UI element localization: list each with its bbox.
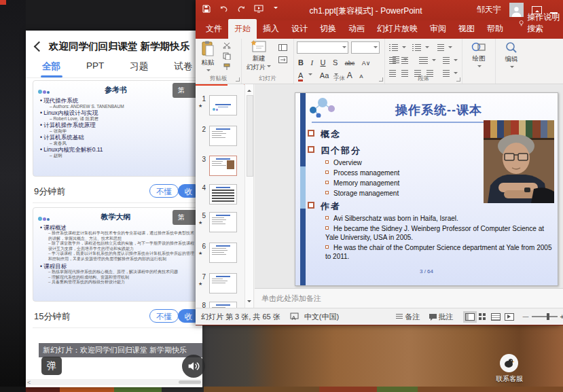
bullet-square-icon — [325, 191, 329, 194]
zoom-out-button[interactable]: — — [523, 313, 529, 320]
underline-button[interactable]: U — [321, 58, 326, 67]
thumb-decor — [212, 283, 225, 283]
back-icon[interactable] — [34, 41, 45, 52]
paste-button[interactable]: 粘贴 — [198, 41, 218, 75]
scrollbar-thumb[interactable] — [247, 95, 253, 177]
dialog-launcher-icon[interactable] — [379, 77, 383, 82]
thumb-decor — [212, 192, 234, 194]
dialog-launcher-icon[interactable] — [456, 77, 460, 82]
slide-thumbnail[interactable] — [209, 302, 237, 308]
tab-file[interactable]: 文件 — [200, 19, 228, 39]
comments-toggle[interactable]: 批注 — [439, 312, 454, 322]
tell-me-search[interactable]: 操作说明搜索 — [519, 12, 563, 39]
slide-thumbnail[interactable] — [209, 273, 237, 293]
format-painter-icon[interactable] — [223, 63, 231, 71]
numbered-list-icon[interactable] — [412, 44, 421, 51]
layout-icon[interactable] — [278, 44, 287, 51]
tab-view[interactable]: 视图 — [452, 19, 481, 39]
tab-animations[interactable]: 动画 — [342, 19, 371, 39]
cut-icon[interactable] — [223, 42, 231, 49]
copy-icon[interactable] — [223, 52, 231, 60]
dont-understand-button[interactable]: 不懂 — [149, 184, 179, 198]
contact-service-button[interactable] — [500, 354, 518, 372]
slide-card-syllabus[interactable]: 教学大纲 第 • 课程概述 – 操作系统课程是计算机科学与技术专业的专业基础课，… — [33, 207, 199, 302]
bullet-list-icon[interactable] — [389, 44, 398, 51]
zoom-in-button[interactable]: + — [560, 313, 563, 321]
desktop-bottom-strip — [0, 387, 563, 392]
slide-thumbn ail[interactable] — [209, 184, 237, 204]
notes-placeholder[interactable]: 单击此处添加备注 — [261, 293, 321, 304]
slide-accent-bar — [300, 93, 306, 285]
reading-view-button[interactable] — [489, 311, 503, 323]
signed-in-user[interactable]: 邹天宇 — [477, 4, 501, 16]
animation-star-icon: ★ — [198, 220, 202, 226]
scroll-down-icon[interactable] — [247, 300, 251, 304]
slide-canvas[interactable]: 操作系统--课本 概念 四个部分 Overview Process manage… — [295, 92, 558, 286]
strikethrough-button[interactable]: abc — [345, 60, 355, 67]
sub-bullet: – Authors: ANDREW S. TANENBAUM — [40, 104, 193, 109]
sub-bullet: – Robert Love, 译 陈莉君 — [40, 116, 193, 122]
convert-smartart-icon[interactable] — [443, 57, 450, 64]
dont-understand-button[interactable]: 不懂 — [149, 309, 179, 323]
horizontal-scrollbar[interactable]: < — [26, 379, 202, 385]
slide-card-reference-books[interactable]: 参考书 第 • 现代操作系统 – Authors: ANDREW S. TANE… — [33, 80, 199, 177]
zoom-slider[interactable] — [532, 316, 558, 317]
dialog-launcher-icon[interactable] — [236, 77, 240, 82]
drawing-button[interactable]: 绘图 — [467, 41, 491, 71]
character-spacing-button[interactable]: A∨ — [362, 60, 371, 67]
slide-thumbnail[interactable] — [209, 126, 237, 146]
slide-thumbnail[interactable] — [209, 243, 237, 263]
bullet: • 计算机操作系统原理 — [40, 122, 193, 128]
redo-icon[interactable] — [237, 5, 245, 13]
tab-help[interactable]: 帮助 — [481, 19, 509, 39]
slideshow-from-start-icon[interactable] — [254, 5, 264, 13]
tab-home[interactable]: 开始 — [228, 19, 257, 39]
scroll-up-icon[interactable] — [247, 88, 251, 92]
increase-indent-icon[interactable] — [401, 57, 408, 64]
line-spacing-icon[interactable] — [437, 44, 444, 51]
new-slide-button[interactable]: 新建 幻灯片 — [244, 40, 273, 72]
tab-slideshow[interactable]: 幻灯片放映 — [371, 19, 424, 39]
tab-ppt[interactable]: PPT — [86, 60, 104, 78]
author-photo[interactable] — [484, 120, 554, 203]
normal-view-button[interactable] — [463, 311, 477, 323]
tab-exercises[interactable]: 习题 — [130, 60, 148, 78]
tab-insert[interactable]: 插入 — [257, 19, 285, 39]
tab-transitions[interactable]: 切换 — [314, 19, 342, 39]
bold-button[interactable]: B — [298, 58, 304, 67]
language-indicator[interactable]: 中文(中国) — [304, 312, 339, 322]
thumb-decor — [212, 163, 221, 164]
slide-sorter-view-button[interactable] — [477, 311, 489, 322]
reset-slide-icon[interactable] — [278, 56, 287, 63]
text-shadow-button[interactable]: S — [333, 58, 338, 67]
font-size-combo[interactable] — [351, 41, 380, 54]
spell-check-icon[interactable] — [290, 313, 299, 321]
tab-design[interactable]: 设计 — [285, 19, 314, 39]
tab-review[interactable]: 审阅 — [424, 19, 452, 39]
thumbnail-scrollbar[interactable] — [244, 84, 254, 308]
slide-number: 6 — [197, 243, 206, 250]
slide-thumbnail-current[interactable] — [209, 156, 237, 176]
scroll-left-icon[interactable]: < — [27, 379, 31, 386]
undo-icon[interactable] — [219, 5, 228, 13]
animation-star-icon: ★ — [198, 103, 202, 109]
decrease-indent-icon[interactable] — [389, 57, 396, 64]
thumb-decor — [218, 107, 229, 107]
columns-icon[interactable] — [419, 57, 428, 64]
danmaku-button[interactable]: 弹 — [41, 357, 62, 375]
save-icon[interactable] — [202, 5, 211, 13]
notes-toggle[interactable]: 备注 — [405, 312, 420, 322]
slide-thumbnail[interactable] — [209, 212, 237, 232]
tab-exams[interactable]: 试卷 — [174, 60, 192, 78]
group-label: 字体 — [294, 75, 384, 83]
slide-title[interactable]: 操作系统--课本 — [323, 102, 555, 118]
zoom-slider-thumb[interactable] — [547, 313, 549, 320]
italic-button[interactable]: I — [310, 58, 313, 67]
slideshow-view-button[interactable] — [503, 311, 516, 323]
slide-thumbnail[interactable] — [209, 95, 237, 115]
font-name-combo[interactable] — [297, 41, 348, 54]
editing-button[interactable]: 编辑 — [500, 41, 523, 71]
scrollbar-thumb[interactable] — [179, 380, 201, 384]
speaker-button[interactable] — [182, 355, 205, 378]
notes-pane[interactable]: 单击此处添加备注 — [255, 288, 563, 308]
